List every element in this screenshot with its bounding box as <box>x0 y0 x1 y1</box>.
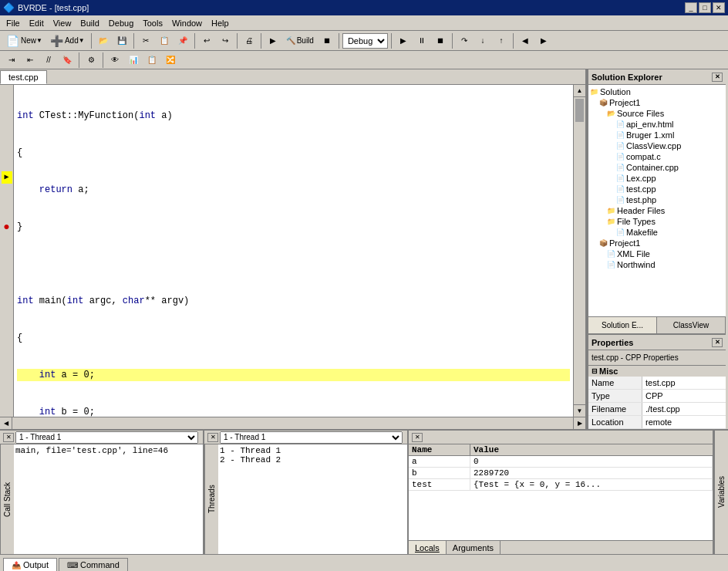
menu-file[interactable]: File <box>2 17 25 29</box>
tree-item-xml-file[interactable]: 📄 XML File <box>590 248 724 259</box>
tree-item-header-files[interactable]: 📁 Header Files <box>590 205 724 216</box>
undo-button[interactable]: ↩ <box>198 32 215 49</box>
tab-locals[interactable]: Locals <box>409 541 447 554</box>
threads-header: ✕ 1 - Thread 1 2 - Thread 2 <box>204 431 407 444</box>
save-icon: 💾 <box>117 36 126 45</box>
build-run-button[interactable]: ▶ <box>265 32 281 49</box>
cpp-file-icon-2: 📄 <box>616 164 625 171</box>
step-over[interactable]: ↷ <box>456 32 473 49</box>
indent-button[interactable]: ⇥ <box>3 52 20 69</box>
stop-button[interactable]: ⏹ <box>318 32 335 49</box>
bookmark-button[interactable]: 🔖 <box>59 52 76 69</box>
redo-button[interactable]: ↪ <box>217 32 234 49</box>
new-button[interactable]: 📄 New ▼ <box>3 32 46 49</box>
cpp-file-icon-3: 📄 <box>616 174 625 182</box>
sep3 <box>194 33 195 49</box>
tree-item-classview[interactable]: 📄 ClassView.cpp <box>590 140 724 151</box>
solution-explorer-tabs: Solution E... ClassView <box>588 316 726 333</box>
tab-output[interactable]: 📤 Output <box>3 558 57 571</box>
debug-stop[interactable]: ⏹ <box>432 32 449 49</box>
build-button[interactable]: 🔨 Build <box>283 32 317 49</box>
tree-item-lex[interactable]: 📄 Lex.cpp <box>590 173 724 184</box>
sep2 <box>133 33 134 49</box>
menu-help[interactable]: Help <box>207 17 234 29</box>
comment-button[interactable]: // <box>40 52 57 69</box>
xml-file-icon: 📄 <box>616 131 625 139</box>
menu-build[interactable]: Build <box>76 17 103 29</box>
menu-debug[interactable]: Debug <box>104 17 138 29</box>
threads-button[interactable]: 🔀 <box>162 52 179 69</box>
tab-class-view[interactable]: ClassView <box>657 317 726 333</box>
properties-file-bar: test.cpp - CPP Properties <box>588 350 726 366</box>
tab-arguments[interactable]: Arguments <box>447 541 501 554</box>
hscroll-left[interactable]: ◀ <box>0 417 12 429</box>
threads-thread-selector[interactable]: 1 - Thread 1 2 - Thread 2 <box>220 431 403 444</box>
tree-item-northwind[interactable]: 📄 Northwind <box>590 259 724 270</box>
editor[interactable]: ▶ ● int CT <box>0 85 585 417</box>
menu-view[interactable]: View <box>49 17 76 29</box>
callstack-thread-selector[interactable]: 1 - Thread 1 <box>15 431 198 444</box>
tree-item-container[interactable]: 📄 Container.cpp <box>590 162 724 173</box>
tree-item-project1[interactable]: 📦 Project1 <box>590 97 724 108</box>
nav-back[interactable]: ◀ <box>517 32 534 49</box>
tab-test-cpp[interactable]: test.cpp <box>0 70 47 84</box>
editor-hscrollbar-row: ◀ ▶ <box>0 417 585 429</box>
menu-tools[interactable]: Tools <box>138 17 167 29</box>
minimize-button[interactable]: _ <box>685 2 697 13</box>
watch-button[interactable]: 👁 <box>106 52 123 69</box>
step-into[interactable]: ↓ <box>474 32 491 49</box>
cut-button[interactable]: ✂ <box>137 32 154 49</box>
step-out[interactable]: ↑ <box>493 32 510 49</box>
save-button[interactable]: 💾 <box>113 32 130 49</box>
callstack-button[interactable]: 📋 <box>143 52 160 69</box>
hscroll-track[interactable] <box>12 417 573 429</box>
outdent-button[interactable]: ⇤ <box>22 52 39 69</box>
tree-item-test-cpp[interactable]: 📄 test.cpp <box>590 184 724 194</box>
code-area[interactable]: int CTest::MyFunction(int a) { return a;… <box>14 85 573 417</box>
scroll-thumb[interactable] <box>575 99 584 122</box>
config-dropdown[interactable]: Debug <box>342 33 388 49</box>
close-button[interactable]: ✕ <box>713 2 725 13</box>
debug-pause[interactable]: ⏸ <box>413 32 430 49</box>
variables-panel-close[interactable]: ✕ <box>412 433 423 442</box>
tree-item-test-php[interactable]: 📄 test.php <box>590 194 724 205</box>
tree-item-compat[interactable]: 📄 compat.c <box>590 151 724 162</box>
maximize-button[interactable]: □ <box>699 2 711 13</box>
tree-item-bruger[interactable]: 📄 Bruger 1.xml <box>590 130 724 140</box>
debug-start[interactable]: ▶ <box>395 32 412 49</box>
tree-item-file-types[interactable]: 📁 File Types <box>590 216 724 227</box>
tab-command[interactable]: ⌨ Command <box>59 558 128 571</box>
print-button[interactable]: 🖨 <box>241 32 258 49</box>
tree-item-source-files[interactable]: 📂 Source Files <box>590 108 724 119</box>
callstack-panel-close[interactable]: ✕ <box>3 433 14 442</box>
command-icon: ⌨ <box>67 561 78 569</box>
open-button[interactable]: 📂 <box>95 32 112 49</box>
locals-button[interactable]: 📊 <box>125 52 142 69</box>
menu-window[interactable]: Window <box>167 17 207 29</box>
callstack-entry: main, file='test.cpp', line=46 <box>15 446 201 455</box>
properties-close[interactable]: ✕ <box>712 338 723 347</box>
new-dropdown-icon[interactable]: ▼ <box>36 37 42 44</box>
tree-item-project1-2[interactable]: 📦 Project1 <box>590 238 724 248</box>
file-types-icon: 📁 <box>607 218 615 225</box>
nav-fwd[interactable]: ▶ <box>535 32 552 49</box>
scroll-down-button[interactable]: ▼ <box>574 404 585 417</box>
tab-solution-explorer[interactable]: Solution E... <box>588 317 657 333</box>
menu-edit[interactable]: Edit <box>25 17 49 29</box>
solution-explorer-close[interactable]: ✕ <box>712 73 723 82</box>
hscroll-right[interactable]: ▶ <box>573 417 585 429</box>
add-button[interactable]: ➕ Add ▼ <box>47 32 88 49</box>
tree-item-api-env[interactable]: 📄 api_env.html <box>590 119 724 130</box>
open-icon: 📂 <box>99 36 108 45</box>
editor-vscrollbar[interactable]: ▲ ▼ <box>573 85 585 417</box>
copy-button[interactable]: 📋 <box>156 32 173 49</box>
add-dropdown-icon[interactable]: ▼ <box>79 37 85 44</box>
threads-panel-close[interactable]: ✕ <box>207 433 218 442</box>
source-files-expand-icon: 📂 <box>607 110 615 117</box>
tree-item-solution[interactable]: 📁 Solution <box>590 86 724 97</box>
undo-icon: ↩ <box>204 36 210 45</box>
scroll-up-button[interactable]: ▲ <box>574 85 585 97</box>
paste-button[interactable]: 📌 <box>174 32 191 49</box>
macro-button[interactable]: ⚙ <box>83 52 99 69</box>
tree-item-makefile[interactable]: 📄 Makefile <box>590 227 724 238</box>
